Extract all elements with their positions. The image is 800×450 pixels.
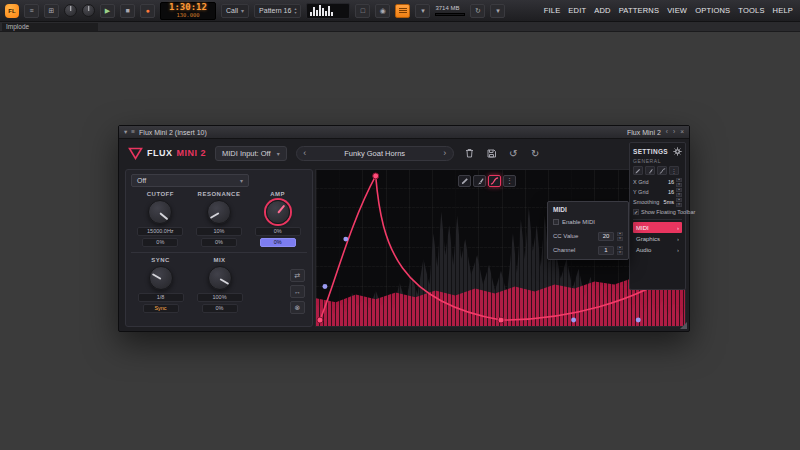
main-menu-icon[interactable]: ≡ [24,4,39,18]
time-display: 1:30:12 130.000 [160,2,216,20]
mix-knob[interactable] [208,266,232,290]
midi-input-label: MIDI Input: Off [222,149,271,158]
mix-value[interactable]: 100% [197,293,243,302]
cutoff-knob[interactable] [148,200,172,224]
menu-help[interactable]: HELP [773,6,793,15]
pattern-label: Pattern 16 [259,7,291,14]
flux-logo-icon [128,147,143,160]
stop-button[interactable]: ■ [120,4,135,18]
menu-tools[interactable]: TOOLS [738,6,764,15]
submenu-arrow-icon: › [677,225,679,231]
stretch-horizontal-icon[interactable]: ↔ [290,285,305,298]
plugin-window: ▾ ≡ Flux Mini 2 (Insert 10) Flux Mini 2 … [118,125,690,332]
cc-value-stepper[interactable]: ▴▾ [617,232,623,241]
settings-menu-graphics[interactable]: Graphics › [633,233,682,244]
main-pitch-knob[interactable] [82,4,95,17]
pencil-tool-icon[interactable] [458,175,471,187]
resonance-knob[interactable] [207,200,231,224]
settings-menu-midi[interactable]: MIDI › [633,222,682,233]
settings-section-label: GENERAL [633,158,682,164]
resonance-value[interactable]: 10% [196,227,242,236]
sync-amount[interactable]: Sync [143,304,179,313]
checkbox-unchecked-icon[interactable] [553,219,559,225]
resize-handle[interactable] [680,322,687,329]
pencil-tool-icon[interactable] [633,166,643,175]
pattern-selector[interactable]: Pattern 16 ▴▾ [254,4,301,18]
midi-input-dropdown[interactable]: MIDI Input: Off ▾ [215,146,287,161]
typing-keyboard-icon[interactable] [395,4,410,18]
prev-window-icon[interactable]: ‹ [666,129,668,136]
channel-stepper[interactable]: ▴▾ [617,246,623,255]
menu-options[interactable]: OPTIONS [695,6,730,15]
preset-next-button[interactable]: › [437,148,453,158]
more-options-icon[interactable]: ⋮ [503,175,516,187]
more-options-icon[interactable]: ⋮ [669,166,679,175]
tempo-value[interactable]: 130.000 [176,13,199,19]
pattern-stepper[interactable]: ▴▾ [294,7,296,15]
preset-name[interactable]: Funky Goat Horns [313,149,437,158]
menu-add[interactable]: ADD [594,6,610,15]
menu-patterns[interactable]: PATTERNS [619,6,660,15]
record-button[interactable]: ● [140,4,155,18]
gear-icon[interactable] [673,147,682,156]
y-grid-stepper[interactable]: ▴▾ [676,188,682,197]
redo-icon[interactable]: ↻ [529,147,542,160]
preset-prev-button[interactable]: ‹ [297,148,313,158]
reset-icon[interactable]: ⊗ [290,301,305,314]
cutoff-value[interactable]: 15000.0Hz [137,227,183,236]
main-volume-knob[interactable] [64,4,77,17]
trash-icon[interactable] [463,147,476,160]
envelope-point[interactable] [373,173,379,179]
curve-handle-dot[interactable] [343,237,348,242]
peak-meter-icon[interactable]: ◉ [375,4,390,18]
mode-selector[interactable]: Call ▾ [221,4,249,18]
menu-edit[interactable]: EDIT [568,6,586,15]
metronome-icon[interactable]: ▾ [415,4,430,18]
menu-file[interactable]: FILE [544,6,561,15]
cutoff-amount[interactable]: 0% [142,238,178,247]
sync-knob[interactable] [149,266,173,290]
hint-bar: Implode [0,22,800,32]
envelope-point[interactable] [317,317,323,323]
brush-tool-icon[interactable] [473,175,486,187]
chevron-down-icon: ▾ [241,7,244,14]
curve-tool-icon[interactable] [657,166,667,175]
play-button[interactable]: ▶ [100,4,115,18]
checkbox-checked-icon[interactable]: ✓ [633,209,639,215]
refresh-icon[interactable]: ↻ [470,4,485,18]
save-icon[interactable] [485,147,498,160]
window-menu-icon[interactable]: ▾ [124,129,127,136]
sync-value[interactable]: 1/8 [138,293,184,302]
amp-value[interactable]: 0% [255,227,301,236]
dropdown-icon[interactable]: ▾ [490,4,505,18]
envelope-point[interactable] [498,317,504,323]
swap-horizontal-icon[interactable]: ⇄ [290,269,305,282]
curve-tool-icon[interactable] [488,175,501,187]
close-icon[interactable]: × [680,129,684,136]
x-grid-stepper[interactable]: ▴▾ [676,178,682,187]
amp-amount[interactable]: 0% [260,238,296,247]
undo-icon[interactable]: ↺ [507,147,520,160]
cc-value-field[interactable]: 20 [598,232,614,241]
brush-tool-icon[interactable] [645,166,655,175]
window-options-icon[interactable]: ≡ [131,129,135,136]
resonance-amount[interactable]: 0% [201,238,237,247]
mixer-icon[interactable]: □ [355,4,370,18]
menu-view[interactable]: VIEW [667,6,687,15]
fl-logo[interactable]: FL [5,4,19,18]
floating-toolbar: ⋮ [458,175,516,187]
grid-icon[interactable]: ⊞ [44,4,59,18]
next-window-icon[interactable]: › [673,129,675,136]
filter-mode-dropdown[interactable]: Off ▾ [131,174,249,187]
curve-handle-dot[interactable] [322,284,327,289]
channel-field[interactable]: 1 [598,246,614,255]
amp-knob[interactable] [266,200,290,224]
plugin-titlebar[interactable]: ▾ ≡ Flux Mini 2 (Insert 10) Flux Mini 2 … [119,126,689,139]
mix-amount[interactable]: 0% [202,304,238,313]
curve-handle-dot[interactable] [636,318,641,323]
settings-menu-audio[interactable]: Audio › [633,244,682,255]
smoothing-stepper[interactable]: ▴▾ [676,198,682,207]
curve-handle-dot[interactable] [571,318,576,323]
y-grid-setting: Y Grid 16 ▴▾ [633,187,682,197]
hint-text: Implode [2,23,98,31]
